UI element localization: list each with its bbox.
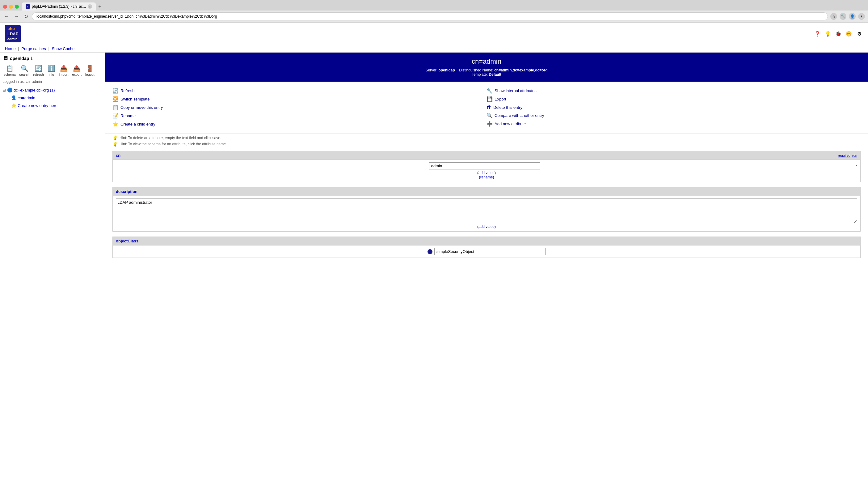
refresh-action[interactable]: 🔄 Refresh: [113, 87, 487, 95]
cn-input[interactable]: [429, 162, 540, 169]
add-attribute-label: Add new attribute: [495, 121, 526, 126]
logo-php: php: [7, 26, 15, 31]
attr-label-objectclass[interactable]: objectClass: [116, 239, 138, 243]
hint-1-text: Hint: To delete an attribute, empty the …: [120, 136, 221, 140]
browser-chrome: L phpLDAPadmin (1.2.3) - cn=ac... × + ← …: [0, 0, 868, 23]
logo: php LDAP admin: [5, 25, 21, 42]
refresh-label: refresh: [33, 73, 44, 76]
extension-icon[interactable]: 🔧: [840, 13, 846, 20]
attr-group-description: description LDAP administrator (add valu…: [113, 187, 861, 232]
logout-label: logout: [85, 73, 95, 76]
delete-label: Delete this entry: [493, 105, 522, 110]
bug-icon[interactable]: 🐞: [835, 30, 842, 37]
main-layout: 🖥 openldap ℹ 📋 schema 🔍 search 🔄 refresh…: [0, 53, 868, 491]
refresh-button[interactable]: 🔄 refresh: [32, 64, 45, 77]
tab-favicon: L: [26, 4, 30, 9]
smiley-icon[interactable]: 😊: [845, 30, 852, 37]
switch-template-label: Switch Template: [121, 97, 150, 102]
info-icon: ℹ: [31, 56, 32, 61]
add-attribute-icon: ➕: [487, 121, 493, 127]
rdn-tag[interactable]: rdn: [852, 154, 857, 157]
entry-title: cn=admin: [110, 58, 863, 65]
required-tag[interactable]: required: [838, 154, 850, 157]
nav-show-cache[interactable]: Show Cache: [52, 47, 74, 51]
reload-button[interactable]: ↻: [23, 13, 29, 20]
objectclass-info-icon[interactable]: i: [428, 249, 432, 254]
logout-button[interactable]: 🚪 logout: [84, 64, 96, 77]
hint-2: 💡 Hint: To view the schema for an attrib…: [113, 141, 861, 147]
add-attribute-action[interactable]: ➕ Add new attribute: [487, 120, 861, 128]
attr-label-cn[interactable]: cn: [116, 153, 121, 158]
active-tab[interactable]: L phpLDAPadmin (1.2.3) - cn=ac... ×: [22, 2, 96, 10]
search-button[interactable]: 🔍 search: [18, 64, 31, 77]
tree-root-label[interactable]: dc=example,dc=org (1): [13, 87, 55, 94]
maximize-button[interactable]: [15, 5, 19, 9]
copy-move-action[interactable]: 📋 Copy or move this entry: [113, 103, 487, 112]
address-bar[interactable]: localhost/cmd.php?cmd=template_engine&se…: [32, 12, 828, 21]
settings-icon[interactable]: ⚙: [856, 30, 863, 37]
schema-button[interactable]: 📋 schema: [2, 64, 17, 77]
menu-icon[interactable]: ⋮: [858, 13, 865, 20]
description-textarea[interactable]: LDAP administrator: [116, 199, 857, 223]
export-action[interactable]: 💾 Export: [487, 95, 861, 103]
close-button[interactable]: [3, 5, 7, 9]
server-value: openldap: [438, 68, 455, 73]
create-child-action[interactable]: ⭐ Create a child entry: [113, 120, 487, 128]
logo-ldap: LDAP: [7, 32, 18, 36]
export-button[interactable]: 📤 export: [71, 64, 83, 77]
show-internal-action[interactable]: 🔧 Show internal attributes: [487, 87, 861, 95]
back-button[interactable]: ←: [3, 13, 10, 20]
bulb-icon-2: 💡: [113, 142, 118, 147]
search-label: search: [20, 73, 30, 76]
server-icon: 🖥: [2, 55, 8, 61]
actions-panel: 🔄 Refresh 🔀 Switch Template 📋 Copy or mo…: [105, 82, 868, 134]
app-header: php LDAP admin ❓ 💡 🐞 😊 ⚙: [0, 23, 868, 45]
info-icon: ℹ️: [48, 65, 55, 72]
compare-action[interactable]: 🔍 Compare with another entry: [487, 111, 861, 120]
schema-label: schema: [4, 73, 16, 76]
objectclass-input[interactable]: [434, 248, 546, 255]
create-child-icon: ⭐: [113, 121, 119, 127]
tree-collapse-icon[interactable]: ⊟: [2, 87, 6, 94]
switch-template-action[interactable]: 🔀 Switch Template: [113, 95, 487, 103]
compare-icon: 🔍: [487, 113, 493, 118]
delete-icon: 🗑: [487, 105, 492, 110]
create-new-link[interactable]: Create new entry here: [18, 102, 58, 109]
actions-right: 🔧 Show internal attributes 💾 Export 🗑 De…: [487, 87, 861, 128]
cn-add-value[interactable]: add value: [478, 171, 495, 175]
new-tab-button[interactable]: +: [96, 3, 104, 10]
logo-box: php LDAP admin: [5, 25, 21, 42]
import-button[interactable]: 📥 import: [58, 64, 70, 77]
actions-left: 🔄 Refresh 🔀 Switch Template 📋 Copy or mo…: [113, 87, 487, 128]
rename-action[interactable]: 📝 Rename: [113, 112, 487, 120]
forward-button[interactable]: →: [13, 13, 21, 20]
export-action-label: Export: [495, 97, 506, 102]
nav-home[interactable]: Home: [5, 47, 16, 51]
cn-rename[interactable]: rename: [480, 175, 493, 179]
lightbulb-icon[interactable]: 💡: [824, 30, 832, 37]
content-header: cn=admin Server: openldap Distinguished …: [105, 53, 868, 82]
help-icon[interactable]: ❓: [814, 30, 821, 37]
attr-label-description[interactable]: description: [116, 189, 137, 194]
tree: ⊟ 🔵 dc=example,dc=org (1) - 👤 cn=admin -…: [2, 86, 102, 110]
profile-icon[interactable]: 👤: [849, 13, 856, 20]
tab-close-button[interactable]: ×: [88, 4, 92, 9]
show-internal-icon: 🔧: [487, 88, 493, 94]
hint-1: 💡 Hint: To delete an attribute, empty th…: [113, 135, 861, 141]
sidebar-header: 🖥 openldap ℹ: [2, 55, 102, 61]
minimize-button[interactable]: [9, 5, 13, 9]
bookmark-icon[interactable]: ☆: [830, 13, 837, 20]
template-label: Template:: [472, 73, 488, 77]
template-meta: Template: Default: [110, 73, 863, 77]
info-button[interactable]: ℹ️ info: [46, 64, 57, 77]
logged-in-text: Logged in as: cn=admin: [2, 80, 102, 84]
description-add-value[interactable]: add value: [478, 225, 495, 229]
nav-purge-caches[interactable]: Purge caches: [21, 47, 46, 51]
delete-action[interactable]: 🗑 Delete this entry: [487, 103, 861, 111]
tree-children: - 👤 cn=admin - ⭐ Create new entry here: [9, 94, 102, 110]
sidebar: 🖥 openldap ℹ 📋 schema 🔍 search 🔄 refresh…: [0, 53, 105, 491]
tree-cn-admin-link[interactable]: cn=admin: [18, 94, 35, 102]
import-icon: 📥: [60, 65, 68, 72]
refresh-action-label: Refresh: [121, 88, 135, 93]
tab-title: phpLDAPadmin (1.2.3) - cn=ac...: [32, 4, 86, 9]
